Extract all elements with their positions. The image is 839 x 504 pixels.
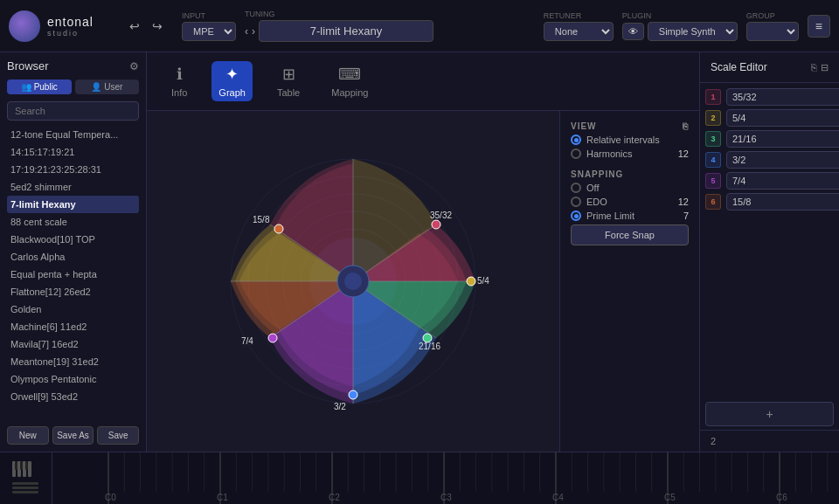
harmonics-value: 12 xyxy=(678,148,689,159)
svg-point-17 xyxy=(467,277,475,286)
add-note-button[interactable]: + xyxy=(705,402,834,426)
hamburger-button[interactable]: ≡ xyxy=(808,15,830,38)
off-option[interactable]: Off xyxy=(571,183,689,193)
plugin-select[interactable]: Simple Synth xyxy=(648,22,738,41)
grid-icon xyxy=(12,482,40,496)
browser-list-item[interactable]: Equal penta + hepta xyxy=(7,266,139,283)
graph-icon: ✦ xyxy=(225,65,239,84)
browser-tabs: 👥 Public 👤 User xyxy=(7,79,139,94)
relative-intervals-option[interactable]: Relative intervals xyxy=(571,135,689,145)
note-value-input[interactable] xyxy=(726,151,839,169)
harmonics-radio xyxy=(571,148,581,159)
retuner-label: RETUNER xyxy=(544,11,614,20)
browser-list-item[interactable]: 88 cent scale xyxy=(7,213,139,231)
tab-graph[interactable]: ✦Graph xyxy=(211,61,253,101)
browser-list-item[interactable]: 5ed2 shimmer xyxy=(7,178,139,196)
info-icon: ℹ xyxy=(177,65,183,84)
svg-text:C2: C2 xyxy=(329,493,340,502)
note-value-input[interactable] xyxy=(726,130,839,148)
input-select[interactable]: MPE xyxy=(182,22,236,41)
tuning-name: 7-limit Hexany xyxy=(259,20,433,42)
browser-tab-public[interactable]: 👥 Public xyxy=(7,79,72,94)
force-snap-button[interactable]: Force Snap xyxy=(571,224,689,245)
tab-table[interactable]: ⊞Table xyxy=(270,61,307,101)
browser-list-item[interactable]: Orwell[9] 53ed2 xyxy=(7,388,139,405)
main-layout: Browser ⚙ 👥 Public 👤 User 12-tone Equal … xyxy=(0,52,839,452)
svg-text:C5: C5 xyxy=(664,493,676,502)
scale-editor-icons: ⎘ ⊟ xyxy=(811,62,829,73)
svg-text:C3: C3 xyxy=(440,493,452,502)
browser-tab-user[interactable]: 👤 User xyxy=(75,79,140,94)
browser-list-item[interactable]: Meantone[19] 31ed2 xyxy=(7,353,139,370)
browser-list-item[interactable]: Olympos Pentatonic xyxy=(7,370,139,388)
search-input[interactable] xyxy=(7,101,139,121)
retuner-select[interactable]: None xyxy=(544,22,614,41)
new-button[interactable]: New xyxy=(7,426,49,445)
relative-intervals-radio xyxy=(571,135,581,145)
browser-list-item[interactable]: Machine[6] 11ed2 xyxy=(7,318,139,335)
note-number: 5 xyxy=(705,173,721,189)
browser-list-item[interactable]: 12-tone Equal Tempera... xyxy=(7,126,139,143)
svg-text:3/2: 3/2 xyxy=(334,402,346,411)
browser-footer: New Save As Save xyxy=(7,426,139,445)
note-number: 2 xyxy=(705,110,721,126)
browser-list-item[interactable]: Blackwood[10] TOP xyxy=(7,231,139,248)
svg-rect-33 xyxy=(28,461,31,477)
logo-icon xyxy=(9,10,40,42)
piano-roll-area: C0 C1 C2 C3 C4 C5 C6 xyxy=(52,452,839,504)
browser-list-item[interactable]: Flattone[12] 26ed2 xyxy=(7,283,139,300)
note-value-input[interactable] xyxy=(726,193,839,211)
browser-options-button[interactable]: ⚙ xyxy=(129,60,139,72)
svg-rect-38 xyxy=(12,487,38,489)
plugin-eye-button[interactable]: 👁 xyxy=(622,23,644,40)
undo-button[interactable]: ↩ xyxy=(126,16,143,37)
browser-list-item[interactable]: Carlos Alpha xyxy=(7,248,139,266)
edo-option[interactable]: EDO 12 xyxy=(571,197,689,207)
browser-list-item[interactable]: Golden xyxy=(7,300,139,318)
tab-info[interactable]: ℹInfo xyxy=(164,61,194,101)
harmonics-option[interactable]: Harmonics 12 xyxy=(571,148,689,159)
browser-list-item[interactable]: 7-limit Hexany xyxy=(7,196,139,213)
note-value-input[interactable] xyxy=(726,88,839,106)
svg-rect-35 xyxy=(20,461,23,470)
tuning-prev-button[interactable]: ‹ xyxy=(245,25,248,38)
scale-note-row: 4 xyxy=(705,151,834,169)
group-section: GROUP xyxy=(746,11,799,41)
note-value-input[interactable] xyxy=(726,172,839,190)
note-number: 1 xyxy=(705,89,721,105)
view-radio-group: Relative intervals Harmonics 12 xyxy=(571,135,689,159)
save-as-button[interactable]: Save As xyxy=(52,426,94,445)
svg-text:21/16: 21/16 xyxy=(419,342,440,351)
browser-list-item[interactable]: 17:19:21:23:25:28:31 xyxy=(7,161,139,178)
svg-text:5/4: 5/4 xyxy=(477,276,489,286)
group-select[interactable] xyxy=(746,22,799,41)
redo-button[interactable]: ↪ xyxy=(149,16,166,37)
tab-mapping[interactable]: ⌨Mapping xyxy=(324,61,375,101)
browser-title: Browser xyxy=(7,59,49,72)
user-icon: 👤 xyxy=(91,82,101,92)
logo: entonal studio xyxy=(9,10,114,42)
svg-rect-37 xyxy=(12,482,38,485)
piano-bottom: C0 C1 C2 C3 C4 C5 C6 xyxy=(0,452,839,504)
edo-radio xyxy=(571,197,581,207)
scale-options-button[interactable]: ⊟ xyxy=(821,62,829,73)
svg-text:C6: C6 xyxy=(776,493,787,502)
browser-list-item[interactable]: 14:15:17:19:21 xyxy=(7,143,139,161)
tuning-next-button[interactable]: › xyxy=(252,25,255,38)
note-number: 3 xyxy=(705,131,721,147)
graph-canvas: 35/32 5/4 21/16 3/2 7/4 15/8 xyxy=(147,111,559,452)
svg-rect-39 xyxy=(12,491,38,494)
prime-limit-option[interactable]: Prime Limit 7 xyxy=(571,211,689,221)
tuning-nav: ‹ › 7-limit Hexany xyxy=(245,20,433,42)
view-snapping-panel: VIEW ⎘ Relative intervals Harmonics 12 xyxy=(559,111,699,452)
browser-list-item[interactable]: Mavila[7] 16ed2 xyxy=(7,335,139,353)
scale-copy-button[interactable]: ⎘ xyxy=(811,62,817,73)
view-section-title: VIEW ⎘ xyxy=(571,121,689,131)
scale-editor-header: Scale Editor ⎘ ⊟ xyxy=(700,52,839,83)
scale-note-row: 2 xyxy=(705,109,834,127)
save-button[interactable]: Save xyxy=(97,426,139,445)
note-value-input[interactable] xyxy=(726,109,839,127)
view-copy-icon[interactable]: ⎘ xyxy=(683,121,689,131)
plugin-row: 👁 Simple Synth xyxy=(622,22,738,41)
scale-note-row: 5 xyxy=(705,172,834,190)
